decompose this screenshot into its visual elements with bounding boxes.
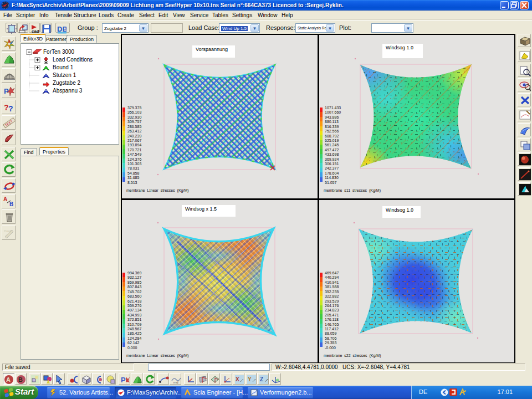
svg-text:?: ? bbox=[8, 104, 13, 113]
svg-text:B: B bbox=[18, 376, 23, 383]
svg-text:Z: Z bbox=[260, 376, 263, 382]
svg-text:B: B bbox=[9, 201, 13, 207]
svg-text:A: A bbox=[3, 196, 7, 202]
svg-text:cad: cad bbox=[32, 29, 39, 34]
svg-text:Cmd: Cmd bbox=[4, 229, 11, 233]
svg-text:X: X bbox=[236, 376, 239, 382]
svg-text:A: A bbox=[6, 376, 11, 383]
svg-text:Y: Y bbox=[248, 376, 252, 382]
svg-text:rnd: rnd bbox=[173, 381, 178, 384]
svg-text:P: P bbox=[4, 87, 9, 95]
svg-text:P: P bbox=[121, 376, 126, 384]
